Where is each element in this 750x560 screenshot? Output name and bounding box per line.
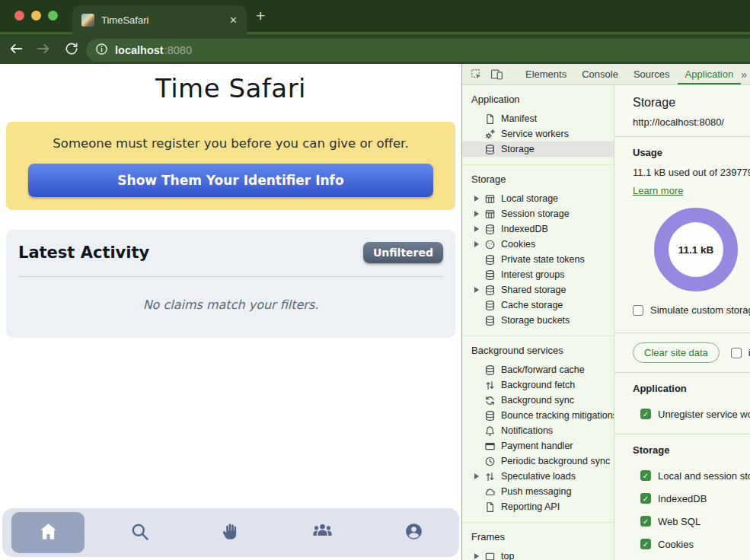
forward-icon[interactable] bbox=[35, 40, 52, 60]
tree-item-label: Notifications bbox=[501, 425, 553, 436]
checkbox-row-unregister-service-workers: ✓Unregister service workers bbox=[633, 402, 750, 425]
tree-item-label: Cookies bbox=[501, 239, 535, 250]
clear-site-data-button[interactable]: Clear site data bbox=[633, 342, 720, 363]
usage-header: Usage bbox=[633, 147, 750, 158]
panel-origin: http://localhost:8080/ bbox=[633, 116, 750, 128]
tree-item-indexeddb[interactable]: IndexedDB bbox=[462, 221, 614, 237]
tree-item-notifications[interactable]: Notifications bbox=[462, 423, 614, 438]
gears-icon bbox=[484, 128, 496, 140]
maximize-window-button[interactable] bbox=[48, 11, 58, 21]
checkbox-indexeddb[interactable]: ✓ bbox=[640, 493, 651, 504]
simulate-quota-checkbox[interactable] bbox=[633, 305, 643, 316]
checkbox-label: Unregister service workers bbox=[658, 409, 750, 420]
devtools-tab-sources[interactable]: Sources bbox=[626, 64, 678, 84]
usage-summary: 11.1 kB used out of 239779 MB bbox=[633, 167, 750, 178]
frame-icon bbox=[484, 550, 496, 560]
tree-item-manifest[interactable]: Manifest bbox=[462, 111, 614, 126]
minimize-window-button[interactable] bbox=[31, 11, 41, 21]
checkbox-unregister-service-workers[interactable]: ✓ bbox=[640, 409, 651, 419]
tree-item-periodic-background-sync[interactable]: Periodic background sync bbox=[462, 453, 614, 469]
tree-item-speculative-loads[interactable]: Speculative loads bbox=[462, 469, 614, 484]
reload-icon[interactable] bbox=[64, 41, 79, 59]
tree-item-label: Cache storage bbox=[501, 300, 563, 310]
tree-item-bounce-tracking-mitigations[interactable]: Bounce tracking mitigations bbox=[462, 408, 614, 423]
usage-section: Usage 11.1 kB used out of 239779 MB Lear… bbox=[614, 137, 750, 333]
back-icon[interactable] bbox=[8, 40, 24, 60]
tree-item-local-storage[interactable]: Local storage bbox=[462, 191, 614, 206]
tree-item-cookies[interactable]: Cookies bbox=[462, 237, 614, 252]
close-window-button[interactable] bbox=[14, 11, 24, 21]
tree-item-label: Manifest bbox=[501, 113, 537, 124]
devtools-tab-application[interactable]: Application bbox=[678, 64, 742, 84]
tree-item-top[interactable]: top bbox=[462, 549, 614, 560]
checkbox-web-sql[interactable]: ✓ bbox=[640, 516, 651, 527]
new-tab-button[interactable]: + bbox=[256, 7, 265, 25]
expander-triangle-icon[interactable] bbox=[474, 196, 484, 202]
tree-item-push-messaging[interactable]: Push messaging bbox=[462, 484, 614, 499]
expander-triangle-icon[interactable] bbox=[474, 211, 484, 217]
show-identifier-info-button[interactable]: Show Them Your Identifier Info bbox=[28, 164, 433, 197]
tree-item-private-state-tokens[interactable]: Private state tokens bbox=[462, 252, 614, 267]
tree-item-service-workers[interactable]: Service workers bbox=[462, 126, 614, 142]
empty-claims-message: No claims match your filters. bbox=[18, 298, 443, 312]
file-icon bbox=[484, 113, 496, 125]
tree-item-label: Background sync bbox=[501, 395, 574, 406]
checkbox-row-indexeddb: ✓IndexedDB bbox=[633, 487, 750, 510]
tab-close-icon[interactable]: ✕ bbox=[229, 15, 238, 25]
learn-more-link[interactable]: Learn more bbox=[633, 185, 683, 196]
tree-item-storage-buckets[interactable]: Storage buckets bbox=[462, 313, 614, 328]
expander-triangle-icon[interactable] bbox=[474, 473, 484, 479]
expander-triangle-icon[interactable] bbox=[474, 226, 484, 232]
sidebar-section-application: ApplicationManifestService workersStorag… bbox=[462, 85, 614, 165]
section-header-storage: Storage bbox=[462, 171, 614, 191]
tree-item-back-forward-cache[interactable]: Back/forward cache bbox=[462, 362, 614, 377]
latest-activity-title: Latest Activity bbox=[18, 243, 149, 262]
inspect-element-icon[interactable] bbox=[467, 64, 487, 84]
tree-item-label: Session storage bbox=[501, 208, 570, 219]
database-icon bbox=[484, 253, 496, 266]
checkbox-cookies[interactable]: ✓ bbox=[640, 539, 651, 549]
clear-site-data-row: Clear site data including third-party co… bbox=[614, 333, 750, 373]
device-toolbar-icon[interactable] bbox=[487, 64, 507, 84]
bell-icon bbox=[484, 425, 496, 437]
browser-window: TimeSafari ✕ + localhost :8080 bbox=[0, 0, 750, 560]
latest-activity-card: Latest Activity Unfiltered No claims mat… bbox=[6, 230, 455, 338]
tree-item-session-storage[interactable]: Session storage bbox=[462, 206, 614, 221]
tree-item-storage[interactable]: Storage bbox=[462, 142, 614, 157]
page-title: Time Safari bbox=[0, 73, 461, 103]
site-info-icon[interactable] bbox=[95, 43, 108, 59]
tree-item-reporting-api[interactable]: Reporting API bbox=[462, 499, 614, 514]
tree-item-label: Local storage bbox=[501, 193, 558, 204]
nav-item-profile[interactable] bbox=[368, 508, 459, 557]
checkbox-label: IndexedDB bbox=[658, 493, 707, 504]
expander-triangle-icon[interactable] bbox=[474, 241, 484, 247]
nav-item-hand[interactable] bbox=[185, 508, 276, 557]
tab-favicon bbox=[81, 14, 94, 27]
nav-item-people[interactable] bbox=[276, 508, 368, 557]
tree-item-shared-storage[interactable]: Shared storage bbox=[462, 282, 614, 298]
expander-triangle-icon[interactable] bbox=[474, 287, 484, 293]
devtools-tab-console[interactable]: Console bbox=[574, 64, 626, 84]
browser-tab[interactable]: TimeSafari ✕ bbox=[72, 5, 247, 34]
tree-item-interest-groups[interactable]: Interest groups bbox=[462, 267, 614, 282]
tree-item-label: Push messaging bbox=[501, 486, 571, 497]
tree-item-background-fetch[interactable]: Background fetch bbox=[462, 377, 614, 393]
filter-badge-button[interactable]: Unfiltered bbox=[363, 242, 443, 263]
nav-item-search[interactable] bbox=[94, 508, 185, 557]
nav-item-home[interactable] bbox=[2, 508, 94, 557]
application-checkbox-section: Application ✓Unregister service workers bbox=[614, 373, 750, 434]
more-tabs-icon[interactable]: » bbox=[741, 64, 748, 84]
address-bar[interactable]: localhost :8080 bbox=[86, 39, 750, 62]
url-port: :8080 bbox=[164, 44, 192, 56]
third-party-cookies-checkbox[interactable] bbox=[731, 348, 742, 358]
devtools-tab-elements[interactable]: Elements bbox=[518, 64, 574, 84]
tree-item-label: IndexedDB bbox=[501, 224, 548, 234]
checkbox-local-and-session-storage[interactable]: ✓ bbox=[640, 470, 651, 481]
tree-item-cache-storage[interactable]: Cache storage bbox=[462, 298, 614, 313]
cookie-icon bbox=[484, 238, 496, 250]
expander-triangle-icon[interactable] bbox=[474, 553, 484, 559]
tree-item-background-sync[interactable]: Background sync bbox=[462, 393, 614, 408]
checkbox-row-cache-storage: ✓Cache storage bbox=[633, 555, 750, 560]
tree-item-payment-handler[interactable]: Payment handler bbox=[462, 438, 614, 453]
application-section-header: Application bbox=[633, 383, 750, 394]
